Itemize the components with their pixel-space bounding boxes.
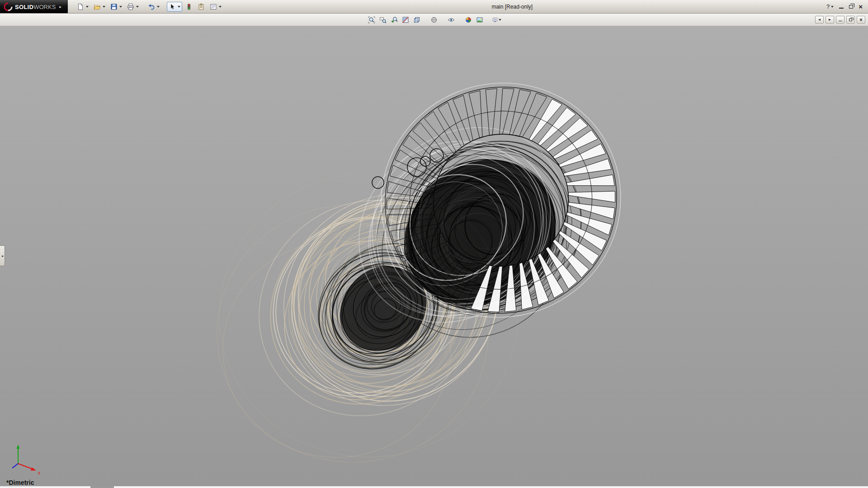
zoom-to-fit-button[interactable] bbox=[367, 15, 377, 25]
view-settings-button[interactable] bbox=[492, 15, 502, 25]
menu-expand-icon[interactable]: ▸ bbox=[59, 5, 61, 9]
solidworks-window: SOLIDWORKS ▸ bbox=[0, 0, 868, 488]
close-button[interactable]: × bbox=[859, 3, 863, 10]
minimize-icon bbox=[839, 18, 842, 21]
viewport[interactable]: ◂ x *Dimetric bbox=[0, 26, 868, 486]
chevron-down-icon[interactable] bbox=[219, 6, 222, 8]
appearance-ball-icon bbox=[465, 16, 472, 23]
chevron-down-icon[interactable] bbox=[499, 19, 501, 21]
undo-icon bbox=[148, 3, 155, 10]
chevron-down-icon[interactable] bbox=[119, 6, 122, 8]
triad-x-arrowhead bbox=[31, 468, 36, 471]
collapse-arrow-icon: ◂ bbox=[1, 254, 3, 258]
edit-appearance-button[interactable] bbox=[463, 15, 473, 25]
zoom-to-area-button[interactable] bbox=[378, 15, 388, 25]
chevron-down-icon[interactable] bbox=[136, 6, 139, 8]
options-button[interactable] bbox=[208, 2, 223, 12]
previous-view-button[interactable] bbox=[389, 15, 399, 25]
document-window-controls: ◄ ► × bbox=[815, 14, 865, 26]
close-icon: × bbox=[859, 17, 863, 23]
design-library-icon bbox=[198, 3, 205, 10]
featuremanager-collapsed-tab[interactable]: ◂ bbox=[0, 245, 5, 266]
headsup-row: ◄ ► × bbox=[0, 14, 868, 26]
window-title: main [Read-only] bbox=[491, 4, 533, 10]
help-icon: ? bbox=[826, 3, 830, 10]
save-button[interactable] bbox=[108, 2, 124, 12]
headsup-toolbar bbox=[367, 15, 502, 25]
view-settings-icon bbox=[492, 16, 498, 23]
apply-scene-icon bbox=[476, 16, 483, 23]
restore-icon bbox=[849, 5, 853, 9]
previous-document-button[interactable]: ◄ bbox=[815, 16, 824, 23]
new-document-button[interactable] bbox=[75, 2, 90, 12]
model-wireframe bbox=[0, 26, 868, 486]
open-folder-icon bbox=[94, 3, 101, 10]
select-button[interactable] bbox=[167, 2, 182, 12]
restore-button[interactable] bbox=[849, 5, 853, 9]
titlebar: SOLIDWORKS ▸ bbox=[0, 0, 868, 14]
close-document-button[interactable]: × bbox=[857, 16, 865, 23]
selection-filter-icon bbox=[185, 3, 193, 10]
view-orientation-label: *Dimetric bbox=[6, 479, 34, 486]
arrow-left-icon: ◄ bbox=[818, 18, 821, 22]
orientation-triad: x bbox=[7, 441, 45, 475]
view-orientation-cube-icon bbox=[413, 16, 420, 23]
zoom-to-area-icon bbox=[379, 16, 387, 23]
save-floppy-icon bbox=[110, 3, 118, 10]
zoom-to-fit-icon bbox=[368, 16, 375, 23]
new-document-icon bbox=[77, 3, 84, 10]
statusbar-segment bbox=[90, 486, 114, 488]
chevron-down-icon[interactable] bbox=[86, 6, 89, 8]
restore-document-button[interactable] bbox=[846, 16, 855, 23]
solidworks-menu-button[interactable]: SOLIDWORKS ▸ bbox=[0, 0, 68, 13]
statusbar-sliver bbox=[0, 486, 868, 488]
print-icon bbox=[127, 3, 134, 10]
design-library-button[interactable] bbox=[196, 2, 207, 12]
help-button[interactable]: ? bbox=[826, 3, 834, 10]
chevron-down-icon[interactable] bbox=[178, 6, 180, 8]
chevron-down-icon[interactable] bbox=[157, 6, 160, 8]
close-icon: × bbox=[859, 3, 863, 10]
print-button[interactable] bbox=[125, 2, 141, 12]
triad-z-axis bbox=[12, 464, 18, 468]
view-orientation-button[interactable] bbox=[412, 15, 422, 25]
window-controls: ? × bbox=[826, 3, 868, 10]
apply-scene-button[interactable] bbox=[475, 15, 485, 25]
minimize-button[interactable] bbox=[839, 5, 844, 9]
display-style-icon bbox=[430, 16, 438, 23]
brand-text-solid: SOLID bbox=[15, 4, 33, 10]
minimize-document-button[interactable] bbox=[836, 16, 844, 23]
previous-view-icon bbox=[391, 16, 398, 23]
arrow-right-icon: ► bbox=[828, 18, 832, 22]
minimize-icon bbox=[839, 5, 844, 9]
eye-icon bbox=[448, 16, 455, 23]
section-view-icon bbox=[402, 16, 409, 23]
selection-filter-button[interactable] bbox=[184, 2, 194, 12]
hide-show-items-button[interactable] bbox=[446, 15, 456, 25]
options-sheet-icon bbox=[210, 3, 217, 10]
display-style-button[interactable] bbox=[429, 15, 439, 25]
select-cursor-icon bbox=[169, 3, 176, 10]
next-document-button[interactable]: ► bbox=[826, 16, 834, 23]
chevron-down-icon[interactable] bbox=[831, 6, 834, 8]
section-view-button[interactable] bbox=[401, 15, 410, 25]
restore-icon bbox=[849, 19, 852, 21]
undo-button[interactable] bbox=[146, 2, 161, 12]
chevron-down-icon[interactable] bbox=[103, 6, 105, 8]
main-toolbar bbox=[68, 2, 223, 12]
triad-x-axis bbox=[18, 464, 33, 469]
solidworks-logo-icon bbox=[4, 2, 13, 11]
triad-x-label: x bbox=[38, 470, 40, 475]
brand-text-works: WORKS bbox=[33, 4, 56, 10]
open-button[interactable] bbox=[92, 2, 107, 12]
triad-y-arrowhead bbox=[17, 445, 20, 449]
